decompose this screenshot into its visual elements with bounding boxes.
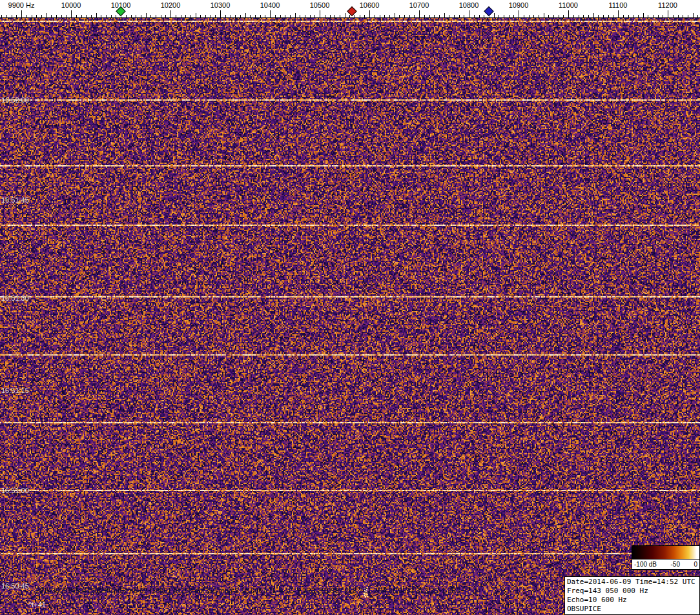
- ruler-tick: [101, 15, 101, 17]
- time-tick-label: 16:51:00: [1, 487, 29, 494]
- ruler-tick: [196, 13, 196, 17]
- ruler-tick: [46, 13, 47, 17]
- time-tick-label: 16:52:00: [1, 96, 29, 104]
- ruler-tick: [513, 15, 514, 17]
- ruler-tick: [1, 15, 2, 17]
- ruler-tick: [349, 15, 350, 17]
- ruler-tick: [181, 15, 181, 17]
- ruler-tick: [81, 15, 82, 17]
- ruler-tick: [320, 10, 320, 17]
- ruler-tick: [21, 10, 22, 17]
- ruler-tick: [633, 15, 633, 17]
- ruler-tick: [409, 15, 410, 17]
- ruler-tick: [200, 15, 201, 17]
- ruler-tick: [484, 15, 484, 17]
- ruler-tick: [86, 15, 87, 17]
- ruler-tick: [245, 13, 246, 17]
- ruler-tick: [285, 15, 285, 17]
- ruler-tick: [275, 15, 276, 17]
- marker-blue-diamond-icon[interactable]: [484, 6, 494, 17]
- ruler-tick: [544, 13, 544, 17]
- ruler-tick: [638, 15, 639, 17]
- ruler-tick: [593, 13, 594, 17]
- legend-label-max: 0: [694, 561, 697, 568]
- ruler-tick: [364, 15, 365, 17]
- ruler-tick: [111, 15, 112, 17]
- ruler-tick: [678, 15, 679, 17]
- ruler-tick: [395, 13, 395, 17]
- info-frequency: Freq=143 050 000 Hz: [567, 587, 697, 596]
- ruler-tick: [76, 15, 77, 17]
- freq-tick-label: 11100: [609, 1, 628, 9]
- ruler-tick: [628, 15, 629, 17]
- ruler-tick: [424, 15, 425, 17]
- legend-label-mid: -50: [671, 561, 680, 568]
- ruler-tick: [185, 15, 186, 17]
- ruler-tick: [603, 15, 604, 17]
- ruler-tick: [270, 10, 271, 17]
- ruler-tick: [658, 15, 659, 17]
- ruler-tick: [598, 15, 599, 17]
- freq-tick-label: 10500: [310, 1, 330, 9]
- ruler-tick: [116, 15, 116, 17]
- ruler-tick: [444, 13, 445, 17]
- ruler-tick: [559, 15, 559, 17]
- ruler-tick: [146, 13, 147, 17]
- ruler-tick: [459, 15, 460, 17]
- ruler-tick: [414, 15, 415, 17]
- ruler-tick: [568, 10, 569, 17]
- detection-log-text: 20140609145041960 hCnt52 nb-85 f10601 hi…: [36, 587, 460, 594]
- color-gradient-bar: [632, 546, 699, 560]
- ruler-tick: [250, 15, 251, 17]
- ruler-tick: [41, 15, 42, 17]
- ruler-tick: [399, 15, 400, 17]
- meteor-spectrogram-window: 9900 Hz100001010010200103001040010500106…: [0, 0, 700, 615]
- ruler-tick: [623, 15, 624, 17]
- ruler-tick: [693, 13, 694, 17]
- freq-tick-label: 9900 Hz: [8, 1, 35, 9]
- freq-tick-label: 10200: [161, 1, 181, 9]
- ruler-tick: [539, 15, 539, 17]
- ruler-tick: [156, 15, 156, 17]
- ruler-tick: [6, 15, 7, 17]
- ruler-tick: [231, 15, 231, 17]
- freq-tick-label: 10600: [360, 1, 380, 9]
- ruler-tick: [12, 15, 12, 17]
- ruler-tick: [419, 10, 420, 17]
- ruler-tick: [26, 15, 27, 17]
- ruler-tick: [494, 13, 495, 17]
- ruler-tick: [579, 15, 579, 17]
- ruler-tick: [588, 15, 589, 17]
- ruler-tick: [340, 15, 340, 17]
- ruler-tick: [255, 15, 256, 17]
- marker-red-diamond-icon[interactable]: [347, 6, 357, 17]
- ruler-tick: [648, 15, 648, 17]
- ruler-tick: [548, 15, 549, 17]
- ruler-tick: [295, 13, 296, 17]
- ruler-tick: [215, 15, 216, 17]
- ruler-tick: [464, 15, 464, 17]
- ruler-tick: [389, 15, 390, 17]
- station-info-box: Date=2014-06-09 Time=14:52 UTC Freq=143 …: [564, 576, 700, 615]
- ruler-tick: [335, 15, 335, 17]
- ruler-tick: [280, 15, 281, 17]
- ruler-tick: [305, 15, 305, 17]
- ruler-tick: [613, 15, 613, 17]
- ruler-tick: [618, 10, 619, 17]
- frequency-ruler[interactable]: 9900 Hz100001010010200103001040010500106…: [0, 0, 700, 18]
- color-scale-legend: -100 dB -50 0: [632, 545, 700, 570]
- info-station: OBSUPICE: [567, 605, 697, 614]
- ruler-tick: [449, 15, 449, 17]
- ruler-tick: [325, 15, 325, 17]
- ruler-tick: [434, 15, 435, 17]
- ruler-tick: [563, 15, 564, 17]
- ruler-tick: [573, 15, 574, 17]
- ruler-tick: [141, 15, 141, 17]
- ruler-tick: [176, 15, 176, 17]
- info-date-time: Date=2014-06-09 Time=14:52 UTC: [567, 578, 697, 587]
- ruler-tick: [474, 15, 475, 17]
- ruler-tick: [260, 15, 261, 17]
- spectrogram-canvas[interactable]: [0, 18, 700, 615]
- ruler-tick: [663, 15, 663, 17]
- ruler-tick: [205, 15, 206, 17]
